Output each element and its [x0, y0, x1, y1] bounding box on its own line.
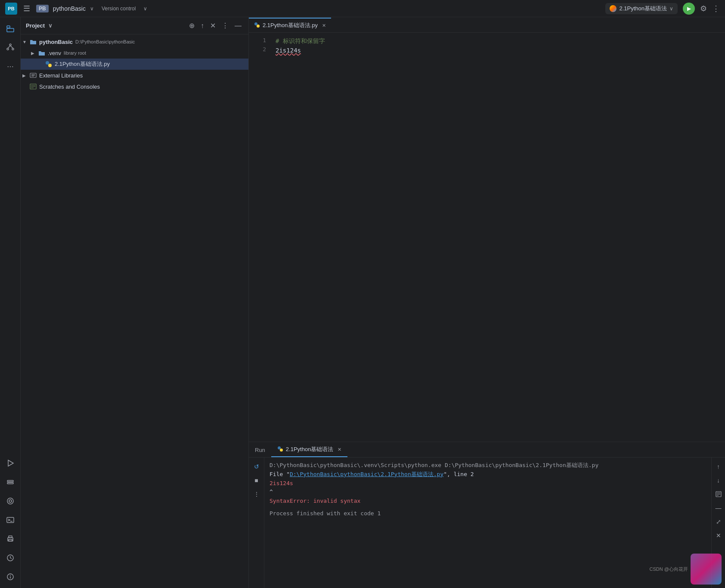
- venv-expand-arrow[interactable]: ▶: [31, 51, 38, 56]
- scratches-icon: [29, 83, 37, 90]
- hamburger-menu[interactable]: ☰: [22, 2, 32, 15]
- comment-text: # 标识符和保留字: [276, 37, 325, 44]
- scroll-up-btn[interactable]: ↑: [713, 461, 724, 472]
- run-output: D:\PythonBasic\pythonBasic\.venv\Scripts…: [264, 458, 711, 588]
- version-control-label[interactable]: Version control: [102, 6, 136, 12]
- svg-point-2: [9, 44, 11, 46]
- collapse-all-btn[interactable]: ↑: [199, 21, 206, 31]
- svg-point-3: [7, 48, 9, 50]
- tree-item-external-libs[interactable]: ▶ External Libraries: [21, 70, 248, 81]
- external-libs-expand-arrow[interactable]: ▶: [22, 73, 29, 78]
- svg-line-6: [10, 46, 13, 48]
- venv-folder-name: .venv: [48, 50, 61, 56]
- expand-panel-btn[interactable]: ⤢: [713, 516, 724, 527]
- run-button[interactable]: ▶: [683, 3, 695, 15]
- error-code-line: 2is124s: [270, 479, 706, 488]
- editor-tabs: 2.1Python基础语法.py ✕: [249, 17, 725, 33]
- svg-point-11: [9, 500, 12, 502]
- code-line-2: 2is124s: [276, 46, 720, 55]
- svg-point-4: [12, 48, 14, 50]
- svg-rect-1: [7, 28, 14, 32]
- svg-line-5: [8, 46, 10, 48]
- structure-icon[interactable]: [3, 40, 18, 55]
- tree-item-pythonbasic-root[interactable]: ▼ pythonBasic D:\PythonBasic\pythonBasic: [21, 36, 248, 47]
- console-icon[interactable]: [3, 512, 18, 528]
- app-logo: PB: [5, 3, 17, 15]
- project-files-icon[interactable]: [3, 21, 18, 36]
- venv-folder-icon: [38, 49, 46, 57]
- run-tab-label[interactable]: Run: [249, 443, 271, 457]
- more-options-icon[interactable]: ⋮: [712, 4, 720, 13]
- content-area: 2.1Python基础语法.py ✕ 1 2 # 标识符和保留字 2is124s: [249, 17, 725, 588]
- svg-line-19: [10, 558, 12, 559]
- cmd-line: D:\PythonBasic\pythonBasic\.venv\Scripts…: [270, 461, 706, 470]
- printer-icon[interactable]: [3, 531, 18, 547]
- spacer: [270, 506, 706, 509]
- sidebar-title-arrow[interactable]: ∨: [48, 22, 53, 29]
- close-panel-btn[interactable]: ✕: [713, 530, 724, 541]
- run-icon[interactable]: [3, 455, 18, 471]
- root-expand-arrow[interactable]: ▼: [22, 40, 29, 44]
- svg-rect-16: [9, 539, 12, 541]
- editor-content[interactable]: # 标识符和保留字 2is124s: [270, 33, 725, 442]
- svg-rect-15: [9, 536, 12, 538]
- run-file-python-icon: [277, 446, 283, 453]
- svg-point-22: [10, 575, 11, 576]
- project-dropdown-arrow[interactable]: ∨: [90, 6, 94, 12]
- minimize-panel-btn[interactable]: —: [713, 502, 724, 514]
- plugins-icon[interactable]: ⋯: [3, 59, 18, 74]
- version-dropdown-arrow[interactable]: ∨: [143, 6, 147, 12]
- run-config-name: 2.1Python基础语法: [619, 5, 667, 12]
- watermark-image: [691, 554, 722, 585]
- file-tree: ▼ pythonBasic D:\PythonBasic\pythonBasic…: [21, 34, 248, 588]
- csdn-badge: CSDN @心向花开: [650, 566, 688, 573]
- main-area: ⋯: [0, 17, 725, 588]
- run-file-tab[interactable]: 2.1Python基础语法 ✕: [271, 443, 348, 457]
- layers-icon[interactable]: [3, 474, 18, 490]
- titlebar: PB ☰ PB pythonBasic ∨ Version control ∨ …: [0, 0, 725, 17]
- tree-item-venv[interactable]: ▶ .venv library root: [21, 47, 248, 59]
- exit-msg: Process finished with exit code 1: [270, 509, 706, 518]
- line-number-2: 2: [263, 45, 266, 54]
- svg-point-38: [280, 449, 283, 452]
- tab-close-btn[interactable]: ✕: [322, 23, 326, 28]
- sidebar-title: Project ∨: [26, 22, 187, 29]
- run-config-arrow[interactable]: ∨: [669, 6, 673, 12]
- project-name-label[interactable]: pythonBasic: [53, 5, 86, 12]
- project-sidebar: Project ∨ ⊕ ↑ ✕ ⋮ — ▼ pythonBasic: [21, 17, 249, 588]
- svg-rect-8: [7, 480, 13, 482]
- run-configuration[interactable]: 2.1Python基础语法 ∨: [605, 3, 678, 14]
- sidebar-header: Project ∨ ⊕ ↑ ✕ ⋮ —: [21, 17, 248, 34]
- project-badge: PB: [36, 5, 49, 12]
- activity-bar: ⋯: [0, 17, 21, 588]
- tree-item-main-py[interactable]: 2.1Python基础语法.py: [21, 59, 248, 70]
- stop-btn[interactable]: ■: [251, 475, 262, 486]
- error-identifier: 2is124s: [270, 480, 293, 486]
- root-folder-icon: [29, 38, 37, 46]
- scroll-down-btn[interactable]: ↓: [713, 475, 724, 486]
- svg-point-37: [278, 446, 281, 449]
- minimize-sidebar-btn[interactable]: —: [233, 21, 243, 31]
- debug-settings-icon[interactable]: ⚙: [700, 4, 707, 13]
- locate-file-btn[interactable]: ⊕: [187, 21, 196, 31]
- packages-icon[interactable]: [3, 493, 18, 509]
- tab-label: 2.1Python基础语法.py: [263, 22, 318, 29]
- run-file-tab-close[interactable]: ✕: [338, 447, 341, 452]
- pin-btn[interactable]: [713, 489, 724, 500]
- file-ref-link[interactable]: D:\PythonBasic\pythonBasic\2.1Python基础语法…: [290, 471, 443, 477]
- svg-point-10: [7, 498, 13, 504]
- rerun-btn[interactable]: ↺: [251, 461, 262, 472]
- sidebar-options-btn[interactable]: ⋮: [220, 21, 230, 31]
- python-icon: [610, 5, 617, 12]
- info-icon[interactable]: [3, 569, 18, 585]
- main-py-name: 2.1Python基础语法.py: [55, 60, 110, 68]
- close-sidebar-btn[interactable]: ✕: [208, 21, 217, 31]
- svg-point-35: [254, 22, 257, 25]
- external-libs-icon: [29, 71, 37, 79]
- more-run-options-btn[interactable]: ⋮: [251, 489, 262, 500]
- time-icon[interactable]: [3, 550, 18, 566]
- file-ref-prefix: File ": [270, 471, 290, 477]
- watermark-area: CSDN @心向花开: [650, 554, 722, 585]
- tab-main-py[interactable]: 2.1Python基础语法.py ✕: [249, 18, 331, 32]
- tree-item-scratches[interactable]: Scratches and Consoles: [21, 81, 248, 92]
